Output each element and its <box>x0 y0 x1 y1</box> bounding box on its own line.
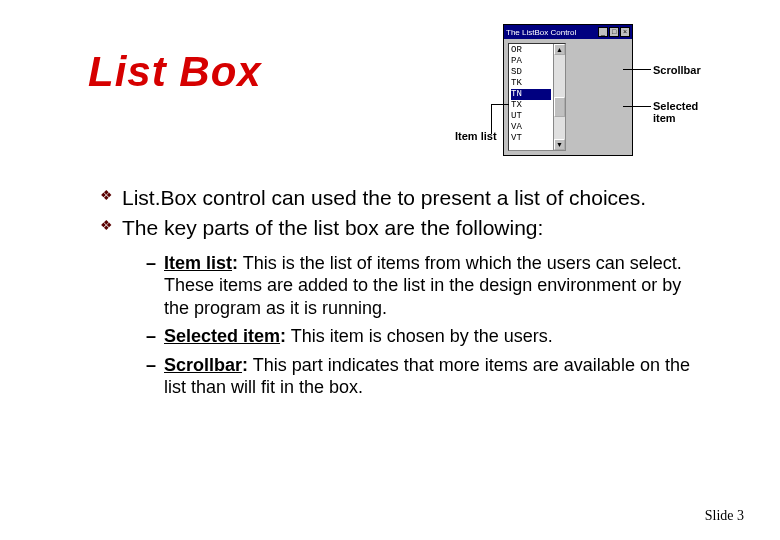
sub-bullet: Scrollbar: This part indicates that more… <box>146 354 710 399</box>
scroll-thumb <box>554 97 565 117</box>
callout-line <box>491 104 509 105</box>
list-item: UT <box>511 111 551 122</box>
sub-bullet-list: Item list: This is the list of items fro… <box>146 252 710 399</box>
list-item: VT <box>511 133 551 144</box>
list-item: SD <box>511 67 551 78</box>
listbox-window: The ListBox Control _ □ × ORPASDTKTNTXUT… <box>503 24 633 156</box>
sub-bullet-text: This item is chosen by the users. <box>291 326 553 346</box>
listbox-illustration: The ListBox Control _ □ × ORPASDTKTNTXUT… <box>503 24 718 164</box>
maximize-icon: □ <box>609 27 619 37</box>
sub-bullet-term: Item list <box>164 253 232 273</box>
slide-number: Slide 3 <box>705 508 744 524</box>
listbox-titlebar: The ListBox Control _ □ × <box>504 25 632 39</box>
callout-line <box>491 104 492 134</box>
list-item: TN <box>511 89 551 100</box>
bullet-level1: List.Box control can used the to present… <box>100 185 710 211</box>
slide: List Box The ListBox Control _ □ × ORPAS… <box>0 0 780 540</box>
minimize-icon: _ <box>598 27 608 37</box>
close-icon: × <box>620 27 630 37</box>
scroll-track <box>554 55 565 139</box>
callout-line <box>623 69 651 70</box>
list-item: VA <box>511 122 551 133</box>
listbox-items: ORPASDTKTNTXUTVAVT <box>509 44 553 150</box>
sub-bullet: Item list: This is the list of items fro… <box>146 252 710 320</box>
list-item: PA <box>511 56 551 67</box>
callout-line <box>623 106 651 107</box>
list-item: TK <box>511 78 551 89</box>
list-item: TX <box>511 100 551 111</box>
callout-scrollbar-label: Scrollbar <box>653 64 701 76</box>
listbox-scrollbar: ▲ ▼ <box>553 44 565 150</box>
sub-bullet-term: Selected item <box>164 326 280 346</box>
list-item: OR <box>511 45 551 56</box>
sub-bullet-text: This is the list of items from which the… <box>164 253 682 318</box>
scroll-up-icon: ▲ <box>554 44 565 55</box>
callout-selected-label: Selected item <box>653 100 718 124</box>
sub-bullet-term: Scrollbar <box>164 355 242 375</box>
bullet-level1: The key parts of the list box are the fo… <box>100 215 710 241</box>
listbox-list: ORPASDTKTNTXUTVAVT ▲ ▼ <box>508 43 566 151</box>
scroll-down-icon: ▼ <box>554 139 565 150</box>
sub-bullet: Selected item: This item is chosen by th… <box>146 325 710 348</box>
page-title: List Box <box>88 48 262 96</box>
content-body: List.Box control can used the to present… <box>100 185 710 405</box>
listbox-window-title: The ListBox Control <box>506 28 576 37</box>
